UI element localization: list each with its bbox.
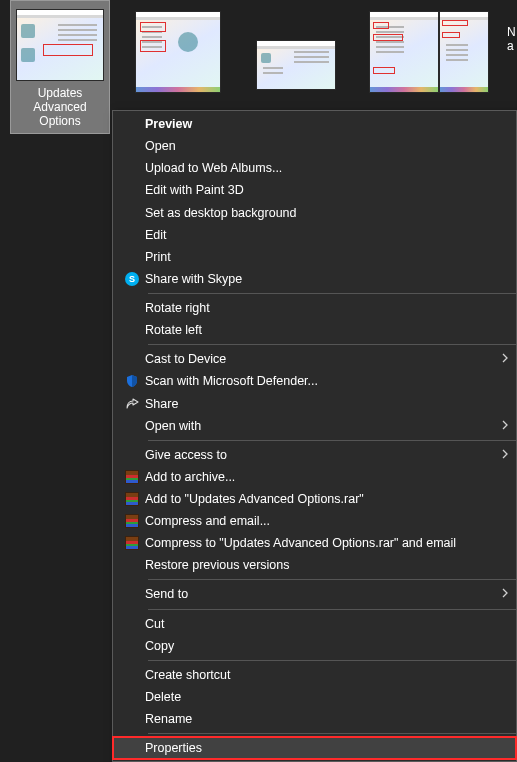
menu-delete[interactable]: Delete <box>113 686 516 708</box>
menu-label: Copy <box>145 639 516 653</box>
file-caption: Updates Advanced Options <box>12 84 108 134</box>
context-menu: Preview Open Upload to Web Albums... Edi… <box>112 110 517 762</box>
menu-restore-previous-versions[interactable]: Restore previous versions <box>113 554 516 576</box>
menu-add-to-archive[interactable]: Add to archive... <box>113 466 516 488</box>
menu-copy[interactable]: Copy <box>113 635 516 657</box>
menu-label: Cast to Device <box>145 352 494 366</box>
file-item[interactable] <box>246 0 346 98</box>
file-item[interactable] <box>462 0 512 98</box>
thumbnail-image <box>256 40 336 90</box>
skype-icon <box>125 272 139 286</box>
submenu-chevron-icon <box>494 419 516 433</box>
submenu-chevron-icon <box>494 448 516 462</box>
menu-share-skype[interactable]: Share with Skype <box>113 268 516 290</box>
menu-separator <box>148 344 516 345</box>
menu-label: Restore previous versions <box>145 558 516 572</box>
menu-rename[interactable]: Rename <box>113 708 516 730</box>
menu-label: Add to archive... <box>145 470 516 484</box>
file-item[interactable] <box>364 0 444 98</box>
menu-label: Print <box>145 250 516 264</box>
menu-separator <box>148 733 516 734</box>
menu-scan-defender[interactable]: Scan with Microsoft Defender... <box>113 370 516 392</box>
menu-label: Rotate right <box>145 301 516 315</box>
menu-share[interactable]: Share <box>113 392 516 414</box>
menu-separator <box>148 440 516 441</box>
menu-label: Cut <box>145 617 516 631</box>
file-item-selected[interactable]: Updates Advanced Options <box>10 0 110 134</box>
menu-edit[interactable]: Edit <box>113 224 516 246</box>
menu-create-shortcut[interactable]: Create shortcut <box>113 664 516 686</box>
menu-upload-web-albums[interactable]: Upload to Web Albums... <box>113 157 516 179</box>
menu-cut[interactable]: Cut <box>113 612 516 634</box>
menu-label: Delete <box>145 690 516 704</box>
menu-label: Rotate left <box>145 323 516 337</box>
submenu-chevron-icon <box>494 587 516 601</box>
menu-open-with[interactable]: Open with <box>113 415 516 437</box>
winrar-icon <box>125 514 139 528</box>
menu-label: Compress and email... <box>145 514 516 528</box>
menu-label: Open with <box>145 419 494 433</box>
menu-separator <box>148 660 516 661</box>
clipped-file-caption: N a <box>507 0 517 100</box>
menu-compress-and-email[interactable]: Compress and email... <box>113 510 516 532</box>
menu-rotate-left[interactable]: Rotate left <box>113 319 516 341</box>
menu-set-desktop-background[interactable]: Set as desktop background <box>113 202 516 224</box>
menu-add-to-named-archive[interactable]: Add to "Updates Advanced Options.rar" <box>113 488 516 510</box>
menu-send-to[interactable]: Send to <box>113 583 516 605</box>
menu-label: Edit <box>145 228 516 242</box>
menu-label: Set as desktop background <box>145 206 516 220</box>
menu-label: Scan with Microsoft Defender... <box>145 374 516 388</box>
menu-compress-to-named-and-email[interactable]: Compress to "Updates Advanced Options.ra… <box>113 532 516 554</box>
menu-label: Compress to "Updates Advanced Options.ra… <box>145 536 516 550</box>
share-icon <box>125 397 139 411</box>
menu-label: Give access to <box>145 448 494 462</box>
defender-shield-icon <box>125 374 139 388</box>
thumbnail-image <box>16 9 104 81</box>
menu-print[interactable]: Print <box>113 246 516 268</box>
menu-rotate-right[interactable]: Rotate right <box>113 297 516 319</box>
menu-label: Send to <box>145 587 494 601</box>
menu-give-access-to[interactable]: Give access to <box>113 444 516 466</box>
menu-label: Properties <box>145 741 516 755</box>
menu-label: Upload to Web Albums... <box>145 161 516 175</box>
menu-label: Share with Skype <box>145 272 516 286</box>
menu-label: Open <box>145 139 516 153</box>
menu-separator <box>148 579 516 580</box>
menu-cast-to-device[interactable]: Cast to Device <box>113 348 516 370</box>
menu-properties[interactable]: Properties <box>113 737 516 759</box>
thumbnail-image <box>135 11 221 93</box>
file-item[interactable] <box>128 0 228 98</box>
menu-separator <box>148 293 516 294</box>
menu-label: Create shortcut <box>145 668 516 682</box>
menu-label: Rename <box>145 712 516 726</box>
menu-separator <box>148 609 516 610</box>
menu-label: Add to "Updates Advanced Options.rar" <box>145 492 516 506</box>
thumbnail-image <box>439 11 489 93</box>
menu-label: Preview <box>145 117 516 131</box>
menu-open[interactable]: Open <box>113 135 516 157</box>
menu-label: Share <box>145 397 516 411</box>
submenu-chevron-icon <box>494 352 516 366</box>
winrar-icon <box>125 536 139 550</box>
menu-edit-paint3d[interactable]: Edit with Paint 3D <box>113 179 516 201</box>
menu-label: Edit with Paint 3D <box>145 183 516 197</box>
thumbnail-image <box>369 11 439 93</box>
winrar-icon <box>125 492 139 506</box>
menu-preview[interactable]: Preview <box>113 113 516 135</box>
winrar-icon <box>125 470 139 484</box>
